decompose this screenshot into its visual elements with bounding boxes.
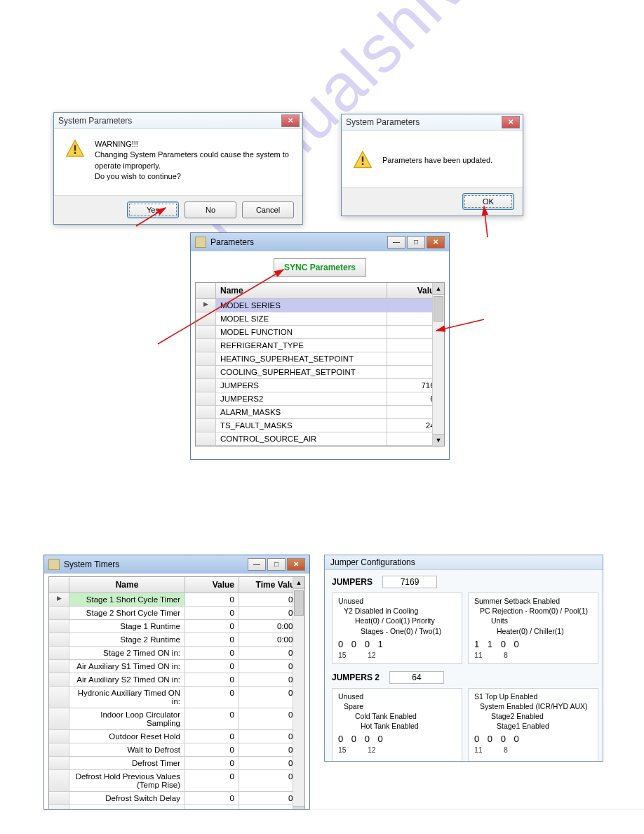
cell-value: 0 bbox=[185, 673, 239, 686]
cell-name: Defrost Timer bbox=[69, 757, 185, 769]
sync-parameters-button[interactable]: SYNC Parameters bbox=[274, 258, 366, 277]
jumpers2-value: 64 bbox=[389, 671, 444, 684]
line: S1 Top Up Enabled bbox=[474, 691, 592, 701]
table-row[interactable]: ALARM_MASKS4 bbox=[196, 406, 444, 419]
row-header bbox=[49, 708, 69, 729]
cell-value: 0 bbox=[185, 757, 239, 769]
scrollbar[interactable]: ▲ ▼ bbox=[432, 283, 444, 446]
minimize-icon[interactable]: — bbox=[387, 236, 405, 249]
svg-rect-4 bbox=[362, 157, 363, 162]
table-row[interactable]: MODEL FUNCTION3 bbox=[196, 326, 444, 339]
yes-button[interactable]: Yes bbox=[127, 201, 179, 218]
table-row[interactable]: Hydronic Auxiliary Timed ON in:00:0 bbox=[49, 687, 304, 708]
row-header bbox=[49, 730, 69, 743]
table-row[interactable]: Stage 2 Short Cycle Timer00:0 bbox=[49, 607, 304, 620]
scroll-down-icon[interactable]: ▼ bbox=[293, 806, 304, 810]
ok-button[interactable]: OK bbox=[462, 193, 514, 210]
parameters-grid[interactable]: Name Value MODEL SERIES9MODEL SIZE9MODEL… bbox=[195, 282, 445, 446]
dialog-updated-titlebar: System Parameters ✕ bbox=[342, 114, 523, 131]
cell-name: Air Auxiliary S2 Timed ON in: bbox=[69, 673, 185, 686]
col-name: Name bbox=[216, 283, 387, 298]
table-row[interactable]: Wait to Defrost00:0 bbox=[49, 743, 304, 757]
line: Heat(0) / Cool(1) Priority bbox=[338, 616, 456, 626]
row-header bbox=[49, 607, 69, 619]
cell-name: Wait to Defrost bbox=[69, 743, 185, 756]
line: PC Rejection - Room(0) / Pool(1) bbox=[474, 606, 592, 616]
cell-name: Outdoor Reset Hold bbox=[69, 730, 185, 743]
timers-grid-body[interactable]: Stage 1 Short Cycle Timer00:0Stage 2 Sho… bbox=[49, 593, 304, 810]
table-row[interactable]: REFRIGERANT_TYPE0 bbox=[196, 339, 444, 352]
maximize-icon[interactable]: □ bbox=[267, 558, 286, 571]
parameters-window: Parameters — □ ✕ SYNC Parameters Name Va… bbox=[190, 232, 450, 460]
dialog-warning: System Parameters ✕ WARNING!!! Changing … bbox=[53, 112, 303, 225]
bit-index: 118 bbox=[474, 651, 592, 659]
table-row[interactable]: Stage 1 Short Cycle Timer00:0 bbox=[49, 593, 304, 607]
dialog-warning-titlebar: System Parameters ✕ bbox=[54, 113, 302, 129]
table-row[interactable]: TS_FAULT_MASKS249 bbox=[196, 419, 444, 432]
timers-grid[interactable]: Name Value Time Value Stage 1 Short Cycl… bbox=[48, 576, 305, 810]
line: Spare bbox=[338, 701, 456, 711]
cell-name: COOLING_SUPERHEAT_SETPOINT bbox=[216, 366, 387, 378]
cancel-button[interactable]: Cancel bbox=[242, 201, 294, 218]
row-header bbox=[49, 673, 69, 686]
scroll-thumb[interactable] bbox=[294, 590, 304, 616]
close-icon[interactable]: ✕ bbox=[281, 114, 300, 127]
line: Summer Setback Enabled bbox=[474, 596, 592, 606]
table-row[interactable]: Stage 1 Runtime00:00:0 bbox=[49, 620, 304, 633]
close-icon[interactable]: ✕ bbox=[287, 558, 305, 571]
cell-name: TS_FAULT_MASKS bbox=[216, 419, 387, 432]
cell-name: MODEL FUNCTION bbox=[216, 326, 387, 338]
minimize-icon[interactable]: — bbox=[248, 558, 266, 571]
scroll-thumb[interactable] bbox=[434, 296, 443, 322]
line: System Enabled (ICR/HYD AUX) bbox=[474, 701, 592, 711]
table-row[interactable]: Defrost Switch Delay00:0 bbox=[49, 792, 304, 805]
table-row[interactable]: JUMPERS264 bbox=[196, 392, 444, 406]
close-icon[interactable]: ✕ bbox=[502, 116, 520, 128]
table-row[interactable]: HEATING_SUPERHEAT_SETPOINT8 bbox=[196, 352, 444, 366]
cell-name: ALARM_MASKS bbox=[216, 406, 387, 418]
j1-group-a: Unused Y2 Disabled in Cooling Heat(0) / … bbox=[332, 593, 462, 664]
cell-name: Air Auxiliary S1 Timed ON in: bbox=[69, 660, 185, 673]
table-row[interactable]: Stage 2 Timed ON in:00:0 bbox=[49, 647, 304, 660]
line: Units bbox=[474, 616, 592, 626]
table-row[interactable]: Defrost Hold Previous Values (Temp Rise)… bbox=[49, 770, 304, 792]
parameters-grid-body[interactable]: MODEL SERIES9MODEL SIZE9MODEL FUNCTION3R… bbox=[196, 299, 444, 446]
close-icon[interactable]: ✕ bbox=[427, 236, 445, 249]
cell-name: HEATING_SUPERHEAT_SETPOINT bbox=[216, 352, 387, 365]
warning-line2: Do you wish to continue? bbox=[95, 171, 291, 182]
scroll-up-icon[interactable]: ▲ bbox=[433, 283, 444, 295]
row-header bbox=[49, 660, 69, 673]
table-row[interactable]: Stage 2 Runtime00:00:0 bbox=[49, 633, 304, 647]
cell-name: MODEL SERIES bbox=[216, 299, 387, 312]
bit-index: 1512 bbox=[338, 746, 456, 754]
table-row[interactable]: MODEL SERIES9 bbox=[196, 299, 444, 312]
table-row[interactable]: COOLING_SUPERHEAT_SETPOINT8 bbox=[196, 366, 444, 379]
dialog-warning-body: WARNING!!! Changing System Parameters co… bbox=[54, 129, 302, 195]
bits: 0 0 0 0 bbox=[474, 734, 592, 744]
cell-name: MODEL SIZE bbox=[216, 312, 387, 325]
table-row[interactable]: CONTROL_SOURCE_AIR1 bbox=[196, 432, 444, 446]
no-button[interactable]: No bbox=[185, 201, 236, 218]
row-header bbox=[196, 432, 216, 445]
cell-value: 0 bbox=[185, 660, 239, 673]
app-icon bbox=[195, 237, 206, 248]
cell-name: Defrost Hold Previous Values (Temp Rise) bbox=[69, 770, 185, 791]
table-row[interactable]: Outdoor Reset Hold00:0 bbox=[49, 730, 304, 743]
table-row[interactable]: Defrost Timer00:0 bbox=[49, 757, 304, 770]
table-row[interactable]: Indoor Loop Circulator Sampling00:0 bbox=[49, 708, 304, 730]
jumpers2-row: JUMPERS 2 64 bbox=[332, 671, 596, 684]
scroll-up-icon[interactable]: ▲ bbox=[293, 577, 304, 589]
cell-name: Stage 2 Timed ON in: bbox=[69, 647, 185, 659]
scrollbar[interactable]: ▲ ▼ bbox=[293, 577, 304, 810]
svg-rect-2 bbox=[74, 152, 76, 154]
table-row[interactable]: MODEL SIZE9 bbox=[196, 312, 444, 326]
parameters-titlebar: Parameters — □ ✕ bbox=[191, 233, 449, 251]
maximize-icon[interactable]: □ bbox=[407, 236, 425, 249]
table-row[interactable]: Air Auxiliary S1 Timed ON in:00:0 bbox=[49, 660, 304, 673]
scroll-down-icon[interactable]: ▼ bbox=[433, 434, 444, 446]
row-header bbox=[49, 743, 69, 756]
jumpers2-label: JUMPERS 2 bbox=[332, 673, 380, 682]
table-row[interactable]: JUMPERS7169 bbox=[196, 379, 444, 392]
table-row[interactable]: Air Auxiliary S2 Timed ON in:00:0 bbox=[49, 673, 304, 687]
cell-value: 0 bbox=[185, 708, 239, 729]
